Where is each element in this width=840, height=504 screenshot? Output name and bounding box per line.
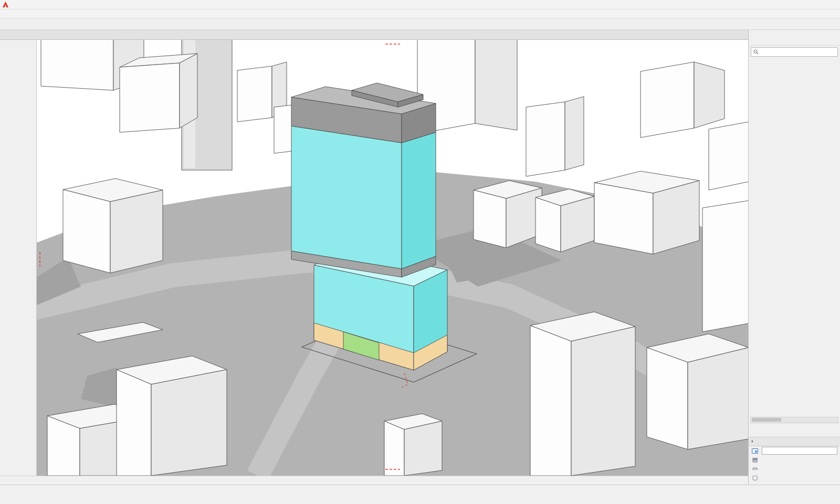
archicad-window: ▾ ▤ ▭ ▢ (0, 0, 840, 504)
quick-options-bar (0, 476, 748, 485)
property-row-scale: ▭ (749, 464, 840, 473)
status-bar (0, 485, 840, 504)
scrollbar-thumb[interactable] (752, 418, 781, 422)
property-row-window-type: ▢ (749, 473, 840, 482)
tab-bar (0, 30, 748, 40)
3d-scene[interactable] (37, 40, 748, 476)
search-box[interactable] (751, 47, 838, 57)
layers-icon: ▤ (751, 456, 759, 463)
scale-icon: ▭ (751, 465, 759, 472)
selected-building[interactable] (291, 83, 447, 370)
chevron-down-icon: ▾ (751, 439, 753, 444)
search-input[interactable] (760, 48, 835, 56)
view-document-icon (752, 448, 758, 454)
view-name-combo[interactable] (762, 447, 837, 455)
graphisoft-logo (833, 487, 835, 493)
main-toolbar (0, 19, 840, 30)
view-map-tree (749, 58, 840, 416)
3d-viewport[interactable] (37, 40, 748, 476)
property-row-view (749, 446, 840, 455)
property-row-source: ▤ (749, 455, 840, 464)
properties-header[interactable]: ▾ (749, 437, 840, 446)
title-bar (0, 0, 840, 9)
navigator-panel: ▾ ▤ ▭ ▢ (748, 30, 840, 485)
toolbox-panel (0, 40, 37, 476)
search-icon (753, 49, 759, 55)
navigator-mode-bar (749, 30, 840, 46)
menu-bar (0, 9, 840, 19)
tab-bar-left-icons (0, 30, 4, 39)
monitor-icon: ▢ (751, 474, 759, 481)
navigator-action-bar (749, 423, 840, 437)
archicad-logo-icon (3, 2, 8, 7)
tree-horizontal-scrollbar[interactable] (750, 417, 838, 423)
